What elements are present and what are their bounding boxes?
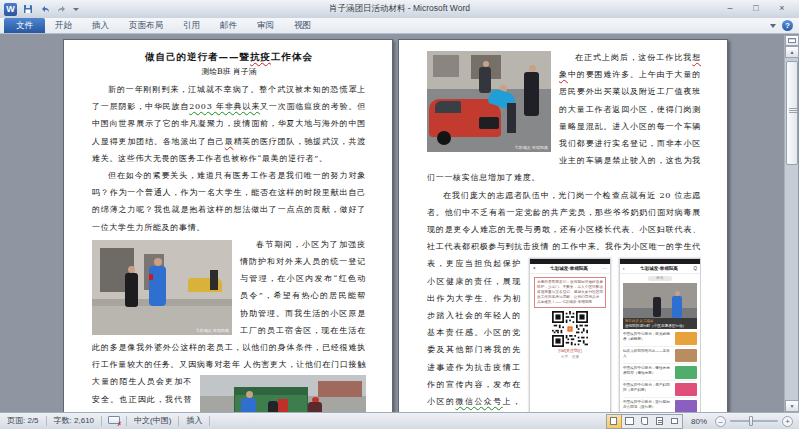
ribbon-expand-icon[interactable] [770,24,776,28]
phone-screenshots[interactable]: × 七彩城发·幸福阳高 ··· 亲爱的居民朋友们：疫情期间请做好自身防护，少出门… [529,258,701,412]
zoom-slider[interactable] [730,420,778,422]
text-run: 区的 [436,397,455,406]
photo-wheel [437,131,451,145]
photo-volunteer-legs [507,103,516,133]
fullscreen-reading-icon [625,417,634,425]
paragraph-5[interactable]: 在我们庞大的志愿者队伍中，光门岗一个检查点就有近 20 位志愿者。他们中不乏有着… [427,187,701,412]
text-run-misspelled: 最 [225,137,234,146]
photo-windshield [435,101,461,113]
outline-view-button[interactable] [652,415,667,428]
window-title: 肖子涵团日活动材料 - Microsoft Word [0,3,799,15]
feed-item: 中国疾控中心提示：慢性病患者防控（慢性病篇） [623,364,697,381]
feed-item-title: 中国疾控中心提示：蔬菜购物者（购物篇） [623,332,673,345]
feed-item-title: 中国疾控中心提示：旅行期间怎么防范（旅行篇） [623,400,673,412]
photo-elder-figure [125,273,138,307]
document-title: 做自己的逆行者——暨抗疫工作体会 [92,49,366,64]
feed-item-thumbnail [675,383,697,396]
outline-icon [656,417,663,425]
document-page-2[interactable]: 七彩城发·幸福阳高 在正式上岗后，这份工作比我想象中的要困难许多。上午由于大量的… [398,39,728,412]
zoom-out-button[interactable]: – [715,416,726,427]
photo-bystander [210,270,218,290]
photo-bystander-figure [479,67,491,93]
photo-red-banner [278,399,288,412]
vertical-scrollbar[interactable]: ▲ ▼ [784,35,798,412]
print-layout-view-button[interactable] [607,415,622,428]
screenshot-wechat-account-feed[interactable]: ‹ 七彩城发·幸福阳高 Q 昨天 同舟共济 众志成城 疫情防控进行时（小区志愿者… [619,258,701,412]
word-count[interactable]: 字数: 2,610 [47,413,101,429]
photo-elder-figure [308,402,322,412]
fullscreen-reading-view-button[interactable] [622,415,637,428]
photo-volunteer-figure [241,398,256,412]
document-area: 做自己的逆行者——暨抗疫工作体会 测绘B班 肖子涵 新的一年刚刚到来，江城就不幸… [0,35,799,412]
text-run-grammar: 微信公众号 [455,397,502,406]
web-layout-view-button[interactable] [637,415,652,428]
qat-dropdown-icon[interactable] [73,8,79,11]
card-caption: 同舟共济 众志成城 疫情防控进行时（小区志愿者在行动） [623,318,697,329]
photo-car-registration[interactable]: 七彩城发·幸福阳高 [427,51,551,152]
photo-resident-head [529,65,536,72]
maximize-button[interactable]: □ [743,2,769,16]
photo-volunteer-head [154,258,162,266]
photo-temperature-check[interactable]: 七彩城发·幸福阳高 [92,240,232,335]
text-run: 但在如今的紧要关头，难道只有医务工作者是我们唯一的努力对象吗？作为一个普通人，作… [92,171,366,232]
photo-volunteer-figure [149,266,166,306]
separator [101,416,102,426]
feed-item-title: 特殊人群防控指南之——老年人 [623,349,673,362]
insert-mode-indicator[interactable]: 插入 [179,413,209,429]
scrollbar-thumb[interactable] [786,61,798,165]
tab-file[interactable]: 文件 [4,18,45,33]
document-page-1[interactable]: 做自己的逆行者——暨抗疫工作体会 测绘B班 肖子涵 新的一年刚刚到来，江城就不幸… [63,39,393,412]
scroll-up-button[interactable]: ▲ [785,46,799,58]
feed-item-thumbnail [675,366,697,379]
account-title: 七彩城发·幸福阳高 [550,260,588,277]
paragraph-2[interactable]: 但在如今的紧要关头，难道只有医务工作者是我们唯一的努力对象吗？作为一个普通人，作… [92,167,366,236]
scroll-down-button[interactable]: ▼ [785,400,799,412]
close-button[interactable]: × [769,2,795,16]
share-like-row: 分享 · 在看 [530,354,610,361]
save-icon[interactable] [21,3,34,16]
word-app-icon[interactable]: W [4,3,17,16]
minimize-button[interactable]: – [717,2,743,16]
scan-tip-text: 扫码关注我们 [530,347,610,354]
tab-view[interactable]: 视图 [284,18,321,33]
paragraph-1[interactable]: 新的一年刚刚到来，江城就不幸病了。整个武汉被未知的恐慌罩上了一层阴影，中华民族自… [92,81,366,167]
feed-item-thumbnail [675,400,697,412]
tab-references[interactable]: 引用 [173,18,210,33]
more-icon: ··· [602,260,607,277]
feed-item: 特殊人群防控指南之——老年人 [623,347,697,364]
redo-icon[interactable] [55,3,68,16]
tab-insert[interactable]: 插入 [82,18,119,33]
web-layout-icon [641,417,648,425]
tab-page-layout[interactable]: 页面布局 [119,18,173,33]
feed-item: 中国疾控中心提示：旅行期间怎么防范（旅行篇） [623,398,697,412]
page-indicator[interactable]: 页面: 2/5 [0,413,46,429]
help-button[interactable]: ? [782,20,793,31]
title-bar: W 肖子涵团日活动材料 - Microsoft Word – □ × [0,0,799,18]
status-bar: 页面: 2/5 字数: 2,610 ✗ 中文(中国) 插入 80% – + [0,412,799,429]
print-layout-icon [610,417,617,425]
paragraph-4[interactable]: 七彩城发·幸福阳高 在正式上岗后，这份工作比我想象中的要困难许多。上午由于大量的… [427,49,701,187]
photo-watermark: 七彩城发·幸福阳高 [196,328,229,333]
ribbon-tab-row: 文件 开始 插入 页面布局 引用 邮件 审阅 视图 ? [0,18,799,34]
screenshot-wechat-article[interactable]: × 七彩城发·幸福阳高 ··· 亲爱的居民朋友们：疫情期间请做好自身防护，少出门… [529,258,611,412]
photo-street-registration[interactable]: 七彩城发·幸福阳高 [200,375,366,412]
proofing-error-mark: ✗ [117,421,122,427]
zoom-level-button[interactable]: 80% [687,417,711,426]
card-elder-figure [653,297,661,317]
undo-icon[interactable] [38,3,51,16]
title-run: 工作体会 [271,51,313,62]
close-icon: × [533,260,536,277]
zoom-slider-handle[interactable] [749,416,753,426]
photo-watermark: 七彩城发·幸福阳高 [515,145,548,150]
tab-mailings[interactable]: 邮件 [210,18,247,33]
feed-header: ‹ 七彩城发·幸福阳高 Q [620,264,700,274]
paragraph-3[interactable]: 七彩城发·幸福阳高 春节期间，小区为了加强疫情防护和对外来人员的统一登记与管理，… [92,236,366,412]
proofing-status-icon[interactable]: ✗ [108,416,120,426]
tab-home[interactable]: 开始 [45,18,82,33]
ruler-toggle-button[interactable] [785,35,799,46]
zoom-in-button[interactable]: + [782,416,793,427]
draft-view-button[interactable] [667,415,682,428]
language-indicator[interactable]: 中文(中国) [127,413,178,429]
tab-review[interactable]: 审阅 [247,18,284,33]
back-icon: ‹ [623,260,625,277]
